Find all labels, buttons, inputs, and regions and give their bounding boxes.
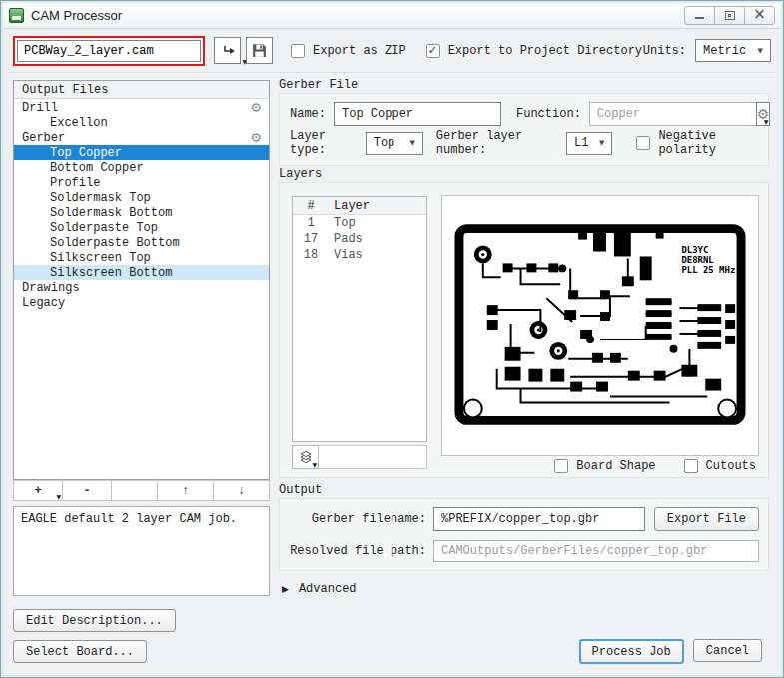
layer-type-select[interactable]: Top ▼ [366, 132, 423, 155]
close-button[interactable]: × [744, 6, 775, 25]
minimize-icon [695, 17, 704, 19]
cutouts-checkbox[interactable] [684, 459, 698, 473]
units-select[interactable]: Metric ▼ [695, 39, 771, 62]
output-files-header: Output Files [14, 81, 269, 99]
export-project-dir-checkbox[interactable]: ✓ [426, 44, 440, 58]
process-job-button[interactable]: Process Job [579, 639, 684, 664]
tree-item-drill[interactable]: Drill⚙ [14, 100, 269, 115]
tree-item-label: Excellon [50, 116, 108, 130]
tree-item-gerber[interactable]: Gerber⚙ [14, 130, 269, 145]
output-group: Gerber filename: Export File Resolved fi… [279, 498, 769, 571]
arrow-up-icon: ↑ [182, 484, 189, 498]
close-icon: × [753, 7, 766, 22]
tree-item-excellon[interactable]: Excellon [14, 115, 269, 130]
tree-item-label: Soldermask Bottom [50, 206, 172, 220]
dropdown-arrow-icon: ▼ [56, 493, 61, 500]
layer-row[interactable]: 18Vias [293, 247, 426, 263]
gear-icon[interactable]: ⚙ [250, 131, 262, 144]
layers-table: # Layer 1Top17Pads18Vias [292, 196, 427, 442]
layers-group: # Layer 1Top17Pads18Vias ▼ [279, 182, 769, 478]
layers-toolbar: ▼ [292, 445, 427, 469]
move-up-button[interactable]: ↑ [157, 480, 214, 501]
move-down-button[interactable]: ↓ [213, 480, 270, 501]
cutouts-label: Cutouts [706, 459, 756, 473]
tree-item-soldermask-top[interactable]: Soldermask Top [14, 190, 269, 205]
board-shape-option[interactable]: Board Shape [554, 459, 655, 473]
export-zip-checkbox[interactable] [291, 44, 305, 58]
cutouts-option[interactable]: Cutouts [684, 459, 756, 473]
tree-item-drawings[interactable]: Drawings [14, 280, 269, 295]
select-board-button[interactable]: Select Board... [13, 640, 147, 663]
maximize-button[interactable] [714, 6, 745, 25]
export-zip-option[interactable]: Export as ZIP [291, 44, 406, 58]
tree-item-profile[interactable]: Profile [14, 175, 269, 190]
export-zip-label: Export as ZIP [313, 44, 406, 58]
plus-icon: + [34, 484, 41, 498]
tree-toolbar-spacer [111, 480, 158, 501]
minimize-button[interactable] [684, 6, 715, 25]
negative-polarity-option[interactable]: Negative polarity [636, 129, 758, 157]
remove-output-button[interactable]: - [62, 480, 112, 501]
tree-item-label: Silkscreen Top [50, 251, 151, 265]
gerber-file-group: Name: Function: ⚙ ▼ Layer type: Top ▼ Ge… [279, 93, 769, 166]
edit-description-button[interactable]: Edit Description... [13, 609, 176, 632]
tree-item-solderpaste-bottom[interactable]: Solderpaste Bottom [14, 235, 269, 250]
tree-item-label: Silkscreen Bottom [50, 266, 172, 280]
units-label: Units: [643, 44, 686, 58]
job-description-box[interactable]: EAGLE default 2 layer CAM job. [13, 506, 270, 596]
column-number-header: # [293, 199, 329, 213]
layers-stack-icon [298, 449, 314, 465]
minus-icon: - [83, 484, 90, 498]
name-label: Name: [290, 107, 326, 121]
load-cam-file-button[interactable]: ▼ [214, 37, 241, 64]
cancel-button[interactable]: Cancel [693, 639, 762, 662]
tree-item-bottom-copper[interactable]: Bottom Copper [14, 160, 269, 175]
tree-item-legacy[interactable]: Legacy [14, 295, 269, 310]
preview-options: Board Shape Cutouts [554, 459, 756, 473]
gerber-filename-label: Gerber filename: [289, 512, 426, 526]
chevron-down-icon: ▼ [599, 139, 604, 147]
check-icon: ✓ [428, 44, 438, 56]
tree-item-label: Solderpaste Bottom [50, 236, 180, 250]
add-layer-button[interactable]: ▼ [292, 445, 319, 469]
tree-actions-toolbar: + ▼ - ↑ ↓ [13, 480, 270, 501]
save-cam-file-button[interactable] [246, 37, 273, 64]
gerber-layer-number-value: L1 [574, 136, 588, 150]
tree-item-solderpaste-top[interactable]: Solderpaste Top [14, 220, 269, 235]
units-group: Units: Metric ▼ [643, 39, 773, 62]
cam-filename-input[interactable] [17, 40, 201, 62]
title-bar: CAM Processor × [3, 3, 781, 29]
tree-item-label: Soldermask Top [50, 191, 151, 205]
board-shape-label: Board Shape [576, 459, 655, 473]
annotation-highlight [13, 36, 205, 66]
units-value: Metric [703, 44, 746, 58]
function-label: Function: [516, 107, 581, 121]
layers-table-header: # Layer [293, 197, 426, 215]
tree-item-soldermask-bottom[interactable]: Soldermask Bottom [14, 205, 269, 220]
tree-item-label: Legacy [22, 296, 65, 310]
add-output-button[interactable]: + ▼ [13, 480, 63, 501]
tree-item-silkscreen-top[interactable]: Silkscreen Top [14, 250, 269, 265]
tree-item-label: Bottom Copper [50, 161, 144, 175]
export-file-button[interactable]: Export File [654, 507, 759, 531]
tree-item-top-copper[interactable]: Top Copper [14, 145, 269, 160]
advanced-expander[interactable]: ▶ Advanced [282, 582, 357, 596]
tree-item-label: Profile [50, 176, 100, 190]
chevron-down-icon: ▼ [409, 139, 414, 147]
chevron-down-icon: ▼ [758, 47, 763, 55]
tree-item-label: Solderpaste Top [50, 221, 158, 235]
gerber-layer-number-select[interactable]: L1 ▼ [566, 132, 612, 155]
name-input[interactable] [334, 102, 501, 126]
layer-name: Pads [329, 232, 426, 246]
layer-row[interactable]: 17Pads [293, 231, 426, 247]
function-settings-button[interactable]: ⚙ ▼ [756, 102, 771, 126]
gerber-filename-input[interactable] [433, 507, 645, 531]
layer-row[interactable]: 1Top [293, 215, 426, 231]
gear-icon[interactable]: ⚙ [250, 101, 262, 114]
tree-item-silkscreen-bottom[interactable]: Silkscreen Bottom [14, 265, 269, 280]
negative-polarity-checkbox[interactable] [636, 136, 650, 150]
dialog-actions: Process Job Cancel [579, 639, 762, 664]
board-shape-checkbox[interactable] [554, 459, 568, 473]
maximize-icon [725, 11, 735, 20]
export-project-dir-option[interactable]: ✓ Export to Project Directory [426, 44, 642, 58]
